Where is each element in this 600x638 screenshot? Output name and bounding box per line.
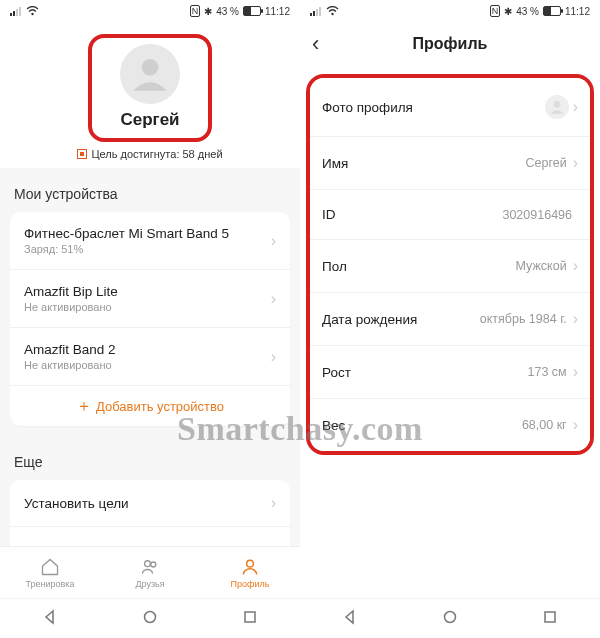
device-title: Фитнес-браслет Mi Smart Band 5 xyxy=(24,226,271,241)
clock: 11:12 xyxy=(565,6,590,17)
svg-rect-10 xyxy=(245,612,255,622)
chevron-right-icon: › xyxy=(573,257,578,275)
battery-pct: 43 % xyxy=(216,6,239,17)
profile-gender-row[interactable]: Пол Мужской › xyxy=(310,240,590,293)
username: Сергей xyxy=(120,110,180,130)
profile-height-row[interactable]: Рост 173 см › xyxy=(310,346,590,399)
row-label: Имя xyxy=(322,156,526,171)
devices-card: Фитнес-браслет Mi Smart Band 5 Заряд: 51… xyxy=(10,212,290,426)
bluetooth-icon: ✱ xyxy=(504,6,512,17)
profile-name-row[interactable]: Имя Сергей › xyxy=(310,137,590,190)
tab-friends[interactable]: Друзья xyxy=(100,547,200,598)
highlight-box-profile: Сергей xyxy=(88,34,212,142)
row-value: 3020916496 xyxy=(502,208,572,222)
svg-rect-14 xyxy=(319,7,321,16)
svg-rect-11 xyxy=(310,13,312,16)
android-nav xyxy=(0,598,300,638)
profile-weight-row[interactable]: Вес 68,00 кг › xyxy=(310,399,590,451)
tab-bar: Тренировка Друзья Профиль xyxy=(0,546,300,598)
tab-label: Профиль xyxy=(231,579,270,589)
chevron-right-icon: › xyxy=(271,494,276,512)
device-title: Amazfit Band 2 xyxy=(24,342,271,357)
battery-icon xyxy=(543,6,561,16)
chevron-right-icon: › xyxy=(573,98,578,116)
profile-id-row: ID 3020916496 xyxy=(310,190,590,240)
svg-rect-1 xyxy=(13,11,15,16)
row-value: Сергей xyxy=(526,156,567,170)
goal-icon xyxy=(77,149,87,159)
svg-rect-2 xyxy=(16,9,18,16)
svg-rect-12 xyxy=(313,11,315,16)
right-screen: N ✱ 43 % 11:12 ‹ Профиль Фото профиля › … xyxy=(300,0,600,638)
nav-home-icon[interactable] xyxy=(442,609,458,629)
tab-label: Тренировка xyxy=(26,579,75,589)
bluetooth-icon: ✱ xyxy=(204,6,212,17)
svg-point-8 xyxy=(247,560,254,567)
status-bar: N ✱ 43 % 11:12 xyxy=(0,0,300,22)
status-bar: N ✱ 43 % 11:12 xyxy=(300,0,600,22)
page-title: Профиль xyxy=(300,35,600,53)
nfc-icon: N xyxy=(490,5,501,17)
back-button[interactable]: ‹ xyxy=(312,31,319,57)
svg-point-4 xyxy=(31,13,33,15)
left-screen: N ✱ 43 % 11:12 Сергей Цель достигнута: 5… xyxy=(0,0,300,638)
wifi-icon xyxy=(326,6,339,16)
device-sub: Заряд: 51% xyxy=(24,243,271,255)
chevron-right-icon: › xyxy=(271,541,276,546)
battery-icon xyxy=(243,6,261,16)
svg-rect-3 xyxy=(19,7,21,16)
more-title: Установить цели xyxy=(24,496,271,511)
device-row[interactable]: Amazfit Bip Lite Не активировано › xyxy=(10,270,290,328)
more-card: Установить цели › Друзья › › xyxy=(10,480,290,546)
chevron-right-icon: › xyxy=(271,232,276,250)
profile-header: Сергей Цель достигнута: 58 дней xyxy=(0,22,300,168)
android-nav xyxy=(300,598,600,638)
more-title: Друзья xyxy=(24,543,271,547)
row-label: Вес xyxy=(322,418,522,433)
device-sub: Не активировано xyxy=(24,301,271,313)
row-label: Фото профиля xyxy=(322,100,545,115)
svg-point-6 xyxy=(145,560,151,566)
svg-point-16 xyxy=(553,101,560,108)
chevron-right-icon: › xyxy=(573,363,578,381)
add-device-button[interactable]: ＋ Добавить устройство xyxy=(10,386,290,426)
svg-rect-18 xyxy=(545,612,555,622)
add-device-label: Добавить устройство xyxy=(96,399,224,414)
svg-point-9 xyxy=(145,611,156,622)
more-row-friends[interactable]: Друзья › xyxy=(10,527,290,546)
signal-icon xyxy=(310,6,322,16)
devices-header: Мои устройства xyxy=(0,168,300,212)
row-value: 68,00 кг xyxy=(522,418,567,432)
tab-label: Друзья xyxy=(135,579,164,589)
profile-dob-row[interactable]: Дата рождения октябрь 1984 г. › xyxy=(310,293,590,346)
highlight-box-profile-details: Фото профиля › Имя Сергей › ID 302091649… xyxy=(306,74,594,455)
svg-point-17 xyxy=(445,611,456,622)
nav-back-icon[interactable] xyxy=(42,609,58,629)
nav-recent-icon[interactable] xyxy=(542,609,558,629)
chevron-right-icon: › xyxy=(573,154,578,172)
battery-pct: 43 % xyxy=(516,6,539,17)
nav-back-icon[interactable] xyxy=(342,609,358,629)
nav-recent-icon[interactable] xyxy=(242,609,258,629)
svg-rect-13 xyxy=(316,9,318,16)
row-label: Пол xyxy=(322,259,516,274)
nfc-icon: N xyxy=(190,5,201,17)
plus-icon: ＋ xyxy=(76,398,92,414)
profile-photo-row[interactable]: Фото профиля › xyxy=(310,78,590,137)
device-row[interactable]: Amazfit Band 2 Не активировано › xyxy=(10,328,290,386)
device-row[interactable]: Фитнес-браслет Mi Smart Band 5 Заряд: 51… xyxy=(10,212,290,270)
svg-rect-0 xyxy=(10,13,12,16)
nav-home-icon[interactable] xyxy=(142,609,158,629)
chevron-right-icon: › xyxy=(271,348,276,366)
device-sub: Не активировано xyxy=(24,359,271,371)
row-value: октябрь 1984 г. xyxy=(480,312,567,326)
row-value: Мужской xyxy=(516,259,567,273)
row-label: Рост xyxy=(322,365,527,380)
tab-profile[interactable]: Профиль xyxy=(200,547,300,598)
more-row-goals[interactable]: Установить цели › xyxy=(10,480,290,527)
goal-row: Цель достигнута: 58 дней xyxy=(0,148,300,160)
avatar[interactable] xyxy=(120,44,180,104)
tab-workout[interactable]: Тренировка xyxy=(0,547,100,598)
chevron-right-icon: › xyxy=(271,290,276,308)
svg-point-7 xyxy=(151,562,156,567)
